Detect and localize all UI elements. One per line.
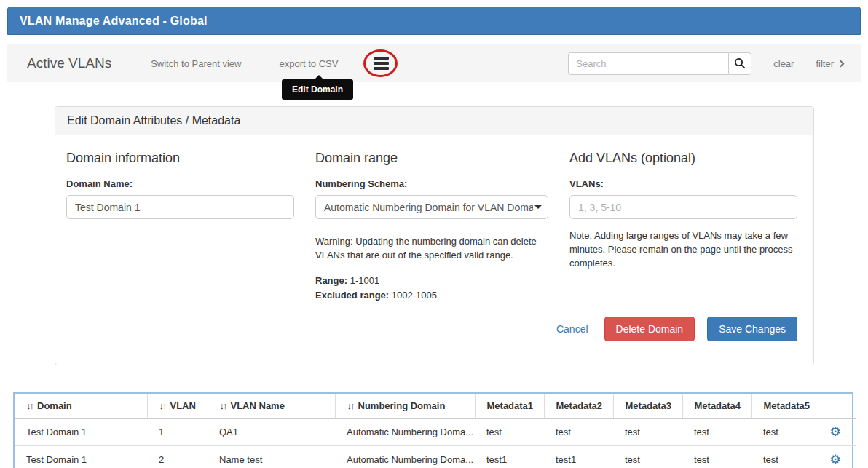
clear-link[interactable]: clear [773,58,794,69]
page: VLAN Manage Advanced - Global Active VLA… [0,0,868,468]
domain-name-input[interactable] [66,195,294,219]
export-csv-link[interactable]: export to CSV [279,58,338,69]
column-header-actions [821,394,856,419]
active-vlans-title: Active VLANs [27,55,111,71]
column-header-vlan[interactable]: ↓↑VLAN [147,394,208,419]
cancel-button[interactable]: Cancel [556,323,588,335]
switch-parent-view-link[interactable]: Switch to Parent view [151,58,241,69]
sort-icon: ↓↑ [220,400,226,411]
row-settings-gear-icon[interactable]: ⚙ [829,453,840,467]
chevron-right-icon [837,60,845,68]
domain-range-section: Domain range Numbering Schema: Automatic… [315,151,548,301]
column-header-domain[interactable]: ↓↑Domain [15,394,147,419]
numbering-schema-label: Numbering Schema: [315,178,548,189]
row-settings-gear-icon[interactable]: ⚙ [829,425,840,439]
page-title: VLAN Manage Advanced - Global [20,15,208,28]
vlan-table-container: ↓↑Domain ↓↑VLAN ↓↑VLAN Name ↓↑Numbering … [13,392,853,468]
search-button[interactable] [728,52,751,75]
search-icon [734,57,746,69]
panel-title: Edit Domain Attributes / Metadata [55,107,813,135]
add-vlans-heading: Add VLANs (optional) [569,151,797,166]
sort-icon: ↓↑ [347,400,354,411]
add-vlans-section: Add VLANs (optional) VLANs: Note: Adding… [569,151,797,301]
hamburger-icon [374,57,389,60]
column-header-metadata3: Metadata3 [613,394,682,419]
table-row: Test Domain 1 1 QA1 Automatic Numbering … [15,418,856,445]
vlans-note-text: Note: Adding large ranges of VLANs may t… [569,229,797,271]
column-header-numbering-domain[interactable]: ↓↑Numbering Domain [335,394,475,419]
table-row: Test Domain 1 2 Name test Automatic Numb… [15,445,856,468]
panel-body: Domain information Domain Name: Domain r… [55,135,813,365]
domain-information-heading: Domain information [66,151,294,166]
sort-icon: ↓↑ [26,400,33,411]
domain-range-heading: Domain range [315,151,548,166]
vlans-label: VLANs: [569,178,797,189]
sort-icon: ↓↑ [159,400,166,411]
tooltip-arrow-icon [314,75,324,80]
domain-name-label: Domain Name: [66,178,294,189]
filter-link[interactable]: filter [816,58,843,69]
vlans-input[interactable] [569,195,797,219]
numbering-warning-text: Warning: Updating the numbering domain c… [315,235,548,263]
excluded-range-line: Excluded range: 1002-1005 [315,290,548,301]
range-line: Range: 1-1001 [315,275,548,286]
edit-domain-menu-button[interactable] [370,54,392,73]
delete-domain-button[interactable]: Delete Domain [604,317,695,341]
column-header-vlan-name[interactable]: ↓↑VLAN Name [208,394,335,419]
toolbar: Active VLANs Switch to Parent view expor… [7,44,861,82]
search-group: clear filter [568,52,843,75]
column-header-metadata5: Metadata5 [751,394,821,419]
table-header-row: ↓↑Domain ↓↑VLAN ↓↑VLAN Name ↓↑Numbering … [15,394,856,419]
vlan-table: ↓↑Domain ↓↑VLAN ↓↑VLAN Name ↓↑Numbering … [15,394,856,468]
numbering-schema-select[interactable]: Automatic Numbering Domain for VLAN Doma [315,195,548,219]
domain-information-section: Domain information Domain Name: [66,151,294,301]
caret-down-icon [534,205,542,209]
edit-domain-panel: Edit Domain Attributes / Metadata Domain… [55,106,814,365]
save-changes-button[interactable]: Save Changes [707,317,797,341]
column-header-metadata1: Metadata1 [475,394,544,419]
search-input[interactable] [568,52,728,75]
range-value: 1-1001 [350,275,379,286]
panel-actions: Cancel Delete Domain Save Changes [66,317,797,341]
excluded-range-value: 1002-1005 [392,290,437,301]
column-header-metadata4: Metadata4 [682,394,751,419]
titlebar: VLAN Manage Advanced - Global [7,7,861,35]
edit-domain-tooltip: Edit Domain [282,79,353,100]
column-header-metadata2: Metadata2 [544,394,613,419]
